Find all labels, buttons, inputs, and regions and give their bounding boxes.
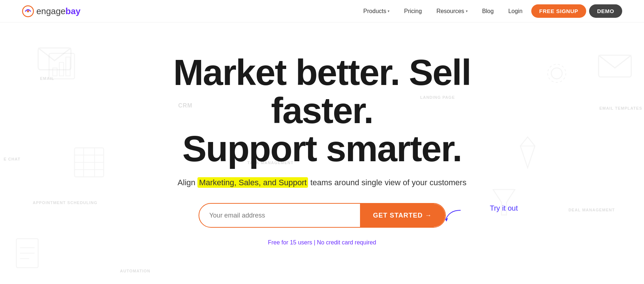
logo-bay: bay [65, 6, 80, 16]
nav-resources[interactable]: Resources ▾ [431, 5, 473, 17]
svg-rect-18 [66, 57, 70, 76]
wm-email-templates-label: EMAIL TEMPLATES [599, 106, 642, 110]
highlighted-text: Marketing, Sales, and Support [197, 177, 308, 188]
svg-rect-16 [53, 68, 57, 76]
svg-rect-4 [75, 148, 104, 177]
email-form-wrapper: GET STARTED → Try it out [199, 203, 446, 234]
headline-line1: Market better. Sell faster. [122, 53, 522, 130]
wm-email-label: EMAIL [40, 76, 54, 81]
wm-automation-label: AUTOMATION [120, 269, 151, 273]
logo-text: engagebay [36, 6, 80, 16]
svg-point-19 [551, 68, 562, 79]
resources-chevron-icon: ▾ [466, 9, 468, 13]
headline-line2: Support smarter. [122, 130, 522, 168]
nav-pricing[interactable]: Pricing [398, 5, 428, 17]
svg-rect-15 [49, 53, 75, 79]
svg-point-1 [27, 10, 29, 12]
hero-section: EMAIL CRM E CHAT APPOINTMENT SCHEDULING … [0, 23, 644, 284]
nav-login[interactable]: Login [503, 5, 528, 17]
table-icon-left [73, 146, 105, 179]
try-it-out-text: Try it out [457, 204, 551, 212]
get-started-button[interactable]: GET STARTED → [360, 204, 445, 227]
main-nav: Products ▾ Pricing Resources ▾ Blog Logi… [357, 4, 622, 18]
nav-blog[interactable]: Blog [476, 5, 500, 17]
email-input[interactable] [199, 212, 360, 219]
svg-rect-2 [38, 48, 71, 70]
wm-appointment-label: APPOINTMENT SCHEDULING [33, 200, 97, 205]
svg-rect-3 [599, 55, 631, 77]
products-chevron-icon: ▾ [388, 9, 389, 13]
wm-chat-label: E CHAT [4, 157, 20, 161]
gear-icon-right [542, 59, 571, 88]
svg-rect-17 [59, 62, 64, 76]
logo-engage: engage [36, 6, 65, 16]
svg-rect-11 [16, 239, 38, 268]
free-signup-button[interactable]: FREE SIGNUP [531, 4, 586, 18]
free-users-text: Free for 15 users | No credit card requi… [122, 239, 522, 246]
document-icon-bottom [15, 237, 40, 269]
nav-products[interactable]: Products ▾ [357, 5, 395, 17]
email-icon-right [597, 52, 633, 81]
email-icon-left [36, 44, 73, 73]
wm-deal-label: DEAL MANAGEMENT [568, 208, 615, 212]
hero-headline: Market better. Sell faster. Support smar… [122, 53, 522, 168]
logo[interactable]: engagebay [22, 5, 80, 17]
email-form: GET STARTED → [199, 203, 446, 228]
hero-content: Market better. Sell faster. Support smar… [122, 53, 522, 246]
hero-subtext: Align Marketing, Sales, and Support team… [122, 177, 522, 188]
chart-icon-top [47, 52, 76, 81]
logo-icon [22, 5, 34, 17]
header: engagebay Products ▾ Pricing Resources ▾… [0, 0, 644, 23]
svg-point-20 [548, 64, 566, 82]
demo-button[interactable]: DEMO [589, 4, 622, 18]
